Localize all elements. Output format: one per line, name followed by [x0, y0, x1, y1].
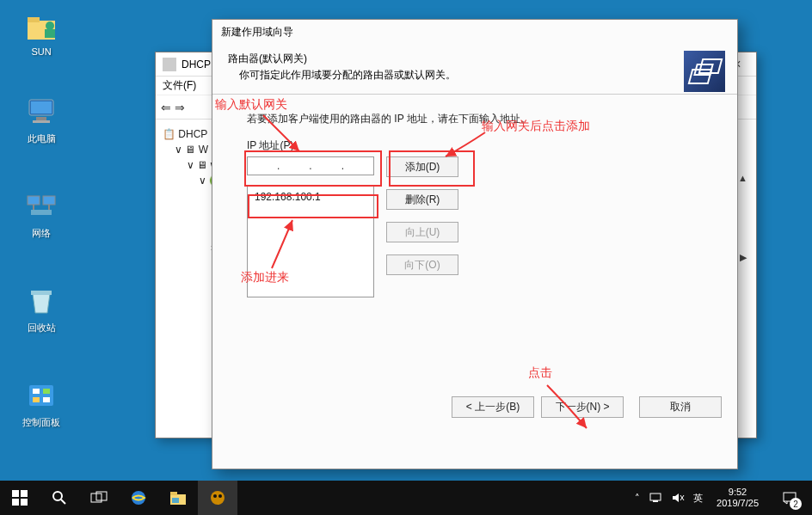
annotation-text: 点击 — [528, 365, 552, 381]
wizard-title: 新建作用域向导 — [221, 25, 293, 40]
desktop-icon-label: 控制面板 — [10, 416, 72, 429]
svg-rect-9 — [43, 196, 55, 205]
taskbar-ie[interactable] — [119, 481, 158, 515]
taskbar-explorer[interactable] — [158, 481, 198, 515]
desktop-icon-network[interactable]: 网络 — [10, 189, 72, 240]
wizard-section-sub: 你可指定此作用域要分配的路由器或默认网关。 — [239, 69, 456, 81]
recycle-bin-icon — [24, 284, 58, 318]
desktop-icon-label: 此电脑 — [10, 132, 72, 145]
add-button[interactable]: 添加(D) — [386, 156, 458, 177]
search-button[interactable] — [40, 481, 79, 515]
svg-rect-18 — [43, 397, 50, 402]
ip-address-input[interactable]: ... — [247, 156, 374, 175]
svg-rect-34 — [650, 494, 661, 500]
annotation-text: 输入网关后点击添加 — [482, 119, 590, 134]
tray-ime[interactable]: 英 — [693, 492, 703, 505]
svg-rect-30 — [172, 498, 179, 503]
tray-clock[interactable]: 9:52 2019/7/25 — [711, 487, 764, 509]
svg-line-24 — [61, 500, 65, 504]
notification-badge: 2 — [790, 498, 802, 510]
windows-logo-icon — [12, 490, 28, 506]
svg-rect-8 — [28, 196, 40, 205]
toolbar-forward-icon[interactable]: ⇒ — [175, 101, 185, 114]
desktop-icon-label: 回收站 — [10, 322, 72, 334]
desktop-icon-label: 网络 — [10, 227, 72, 240]
scroll-right-icon[interactable]: ▶ — [740, 252, 747, 263]
desktop-icon-thispc[interactable]: 此电脑 — [10, 95, 72, 145]
desktop-icon-recycle[interactable]: 回收站 — [10, 284, 72, 334]
wizard-section-title: 路由器(默认网关) — [228, 52, 307, 64]
dhcp-title-text: DHCP — [181, 58, 211, 71]
tray-notifications[interactable]: 2 — [772, 481, 807, 515]
taskview-button[interactable] — [79, 481, 119, 515]
wizard-banner-icon — [684, 51, 725, 92]
svg-point-33 — [218, 494, 222, 498]
dhcp-app-icon — [163, 58, 176, 71]
ip-address-label: IP 地址(P): — [247, 138, 703, 153]
next-button[interactable]: 下一步(N) > — [541, 396, 624, 418]
taskview-icon — [90, 491, 108, 505]
wizard-titlebar[interactable]: 新建作用域向导 — [212, 20, 737, 44]
svg-rect-3 — [45, 29, 55, 38]
svg-rect-15 — [33, 389, 40, 394]
svg-rect-21 — [12, 499, 19, 506]
taskbar-dhcp[interactable] — [198, 481, 237, 515]
svg-rect-7 — [33, 120, 50, 123]
tray-network-icon[interactable] — [649, 492, 662, 504]
tray-volume-icon[interactable] — [671, 492, 685, 504]
wizard-banner: 路由器(默认网关) 你可指定此作用域要分配的路由器或默认网关。 — [212, 44, 737, 95]
folder-user-icon — [24, 9, 58, 43]
desktop-icon-folder[interactable]: SUN — [10, 9, 72, 57]
ie-icon — [129, 488, 148, 507]
svg-rect-29 — [170, 492, 177, 495]
svg-point-23 — [53, 492, 62, 500]
wizard-instruction: 若要添加客户端使用的路由器的 IP 地址，请在下面输入地址。 — [247, 112, 703, 126]
svg-point-2 — [46, 21, 54, 30]
svg-rect-10 — [31, 210, 52, 215]
tray-date: 2019/7/25 — [717, 498, 759, 509]
tray-time: 9:52 — [717, 487, 759, 498]
taskbar[interactable]: ˄ 英 9:52 2019/7/25 2 — [0, 481, 812, 515]
svg-rect-6 — [36, 117, 46, 120]
network-icon — [24, 189, 58, 224]
svg-rect-16 — [43, 389, 50, 394]
svg-rect-1 — [28, 17, 40, 22]
svg-rect-13 — [31, 291, 52, 295]
menu-file[interactable]: 文件(F) — [163, 78, 196, 93]
desktop-icon-label: SUN — [10, 46, 72, 57]
move-up-button[interactable]: 向上(U) — [386, 222, 458, 242]
list-item[interactable]: 192.168.100.1 — [251, 190, 370, 204]
scroll-up-icon[interactable]: ▲ — [738, 173, 747, 183]
back-button[interactable]: < 上一步(B) — [452, 396, 534, 418]
new-scope-wizard-window: 新建作用域向导 路由器(默认网关) 你可指定此作用域要分配的路由器或默认网关。 … — [212, 19, 738, 469]
toolbar-back-icon[interactable]: ⇐ — [161, 101, 171, 114]
svg-rect-22 — [21, 499, 28, 506]
svg-point-31 — [211, 491, 225, 505]
desktop-icon-controlpanel[interactable]: 控制面板 — [10, 378, 72, 429]
move-down-button[interactable]: 向下(O) — [386, 254, 458, 275]
dhcp-app-icon — [208, 488, 227, 507]
svg-rect-14 — [29, 385, 53, 406]
svg-rect-19 — [12, 490, 19, 497]
cancel-button[interactable]: 取消 — [639, 396, 722, 418]
svg-rect-20 — [21, 490, 28, 497]
system-tray[interactable]: ˄ 英 9:52 2019/7/25 2 — [635, 481, 812, 515]
svg-rect-35 — [653, 500, 658, 502]
annotation-text: 添加进来 — [241, 270, 289, 285]
start-button[interactable] — [0, 481, 40, 515]
svg-rect-5 — [31, 101, 52, 113]
computer-icon — [24, 95, 58, 129]
control-panel-icon — [24, 378, 58, 413]
search-icon — [52, 490, 67, 506]
annotation-text: 输入默认网关 — [215, 97, 287, 113]
svg-rect-17 — [33, 397, 40, 402]
remove-button[interactable]: 删除(R) — [386, 189, 458, 210]
svg-point-32 — [213, 494, 217, 498]
folder-icon — [169, 489, 188, 506]
tray-chevron-icon[interactable]: ˄ — [635, 493, 640, 504]
